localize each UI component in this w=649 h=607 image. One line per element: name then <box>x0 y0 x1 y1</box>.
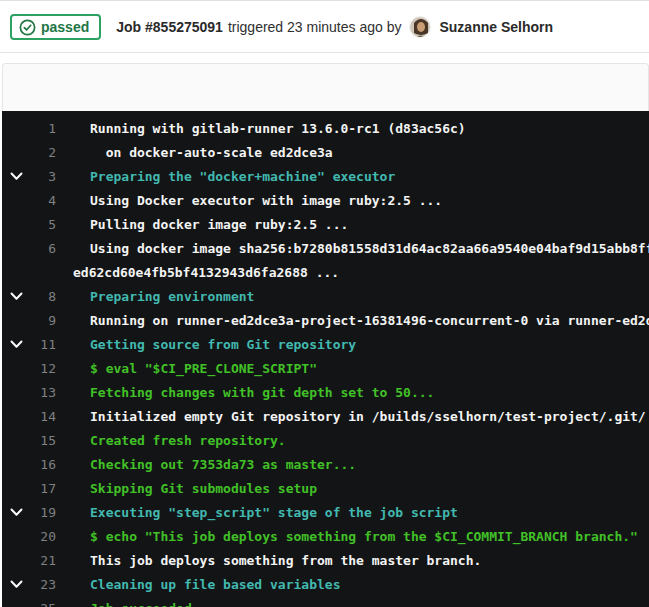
log-line: 9 Running on runner-ed2dce3a-project-163… <box>2 308 649 332</box>
line-number[interactable]: 14 <box>30 409 56 424</box>
log-line: 11 Getting source from Git repository <box>2 332 649 356</box>
chevron-down-icon[interactable] <box>2 292 30 301</box>
log-line: 23 Cleaning up file based variables <box>2 572 649 596</box>
log-line: 5 Pulling docker image ruby:2.5 ... <box>2 212 649 236</box>
chevron-down-icon <box>2 604 30 607</box>
log-line: 15 Created fresh repository. <box>2 428 649 452</box>
job-page: passed Job #855275091 triggered 23 minut… <box>0 0 649 607</box>
chevron-down-icon <box>2 556 30 565</box>
line-number[interactable]: 1 <box>30 121 56 136</box>
line-number[interactable]: 17 <box>30 481 56 496</box>
log-line: 16 Checking out 7353da73 as master... <box>2 452 649 476</box>
line-number[interactable]: 5 <box>30 217 56 232</box>
log-line: 25 Job succeeded <box>2 596 649 607</box>
line-number[interactable]: 9 <box>30 313 56 328</box>
user-avatar[interactable] <box>409 16 431 38</box>
line-number[interactable]: 16 <box>30 457 56 472</box>
job-log: 1 Running with gitlab-runner 13.6.0-rc1 … <box>2 111 649 607</box>
check-circle-icon <box>19 19 36 36</box>
log-line-text: Cleaning up file based variables <box>90 577 340 592</box>
chevron-down-icon <box>2 388 30 397</box>
line-number[interactable]: 23 <box>30 577 56 592</box>
log-line: 20 $ echo "This job deploys something fr… <box>2 524 649 548</box>
chevron-down-icon[interactable] <box>2 580 30 589</box>
log-toolbar <box>2 63 649 111</box>
log-line: 12 $ eval "$CI_PRE_CLONE_SCRIPT" <box>2 356 649 380</box>
chevron-down-icon[interactable] <box>2 340 30 349</box>
log-line: 14 Initialized empty Git repository in /… <box>2 404 649 428</box>
log-line-text: Pulling docker image ruby:2.5 ... <box>90 217 348 232</box>
line-number[interactable]: 13 <box>30 385 56 400</box>
user-name[interactable]: Suzanne Selhorn <box>439 19 553 35</box>
log-line: 19 Executing "step_script" stage of the … <box>2 500 649 524</box>
log-line: 4 Using Docker executor with image ruby:… <box>2 188 649 212</box>
log-line-text: Fetching changes with git depth set to 5… <box>90 385 434 400</box>
chevron-down-icon <box>2 316 30 325</box>
line-number[interactable]: 8 <box>30 289 56 304</box>
line-number[interactable]: 2 <box>30 145 56 160</box>
log-line-text: Checking out 7353da73 as master... <box>90 457 356 472</box>
chevron-down-icon <box>2 484 30 493</box>
log-line-text: Running with gitlab-runner 13.6.0-rc1 (d… <box>90 121 466 136</box>
job-summary: Job #855275091 triggered 23 minutes ago … <box>116 16 553 38</box>
log-line-text: Running on runner-ed2dce3a-project-16381… <box>90 313 649 328</box>
log-line: 21 This job deploys something from the m… <box>2 548 649 572</box>
chevron-down-icon <box>2 436 30 445</box>
log-line-text: Using Docker executor with image ruby:2.… <box>90 193 442 208</box>
log-line-text: Getting source from Git repository <box>90 337 356 352</box>
chevron-down-icon <box>2 148 30 157</box>
chevron-down-icon <box>2 196 30 205</box>
status-badge[interactable]: passed <box>10 14 101 40</box>
log-line: 6 Using docker image sha256:b7280b81558d… <box>2 236 649 260</box>
chevron-down-icon[interactable] <box>2 172 30 181</box>
chevron-down-icon <box>2 460 30 469</box>
log-line-text: Preparing the "docker+machine" executor <box>90 169 395 184</box>
log-line-text: Created fresh repository. <box>90 433 286 448</box>
line-number[interactable]: 11 <box>30 337 56 352</box>
status-badge-label: passed <box>41 18 89 36</box>
line-number[interactable]: 12 <box>30 361 56 376</box>
chevron-down-icon <box>2 532 30 541</box>
job-header: passed Job #855275091 triggered 23 minut… <box>0 1 649 53</box>
log-line-text: Using docker image sha256:b7280b81558d31… <box>90 241 649 256</box>
log-line-text: $ eval "$CI_PRE_CLONE_SCRIPT" <box>90 361 317 376</box>
log-line: 8 Preparing environment <box>2 284 649 308</box>
line-number[interactable]: 21 <box>30 553 56 568</box>
line-number[interactable]: 15 <box>30 433 56 448</box>
log-line-text: This job deploys something from the mast… <box>90 553 481 568</box>
log-panel: 1 Running with gitlab-runner 13.6.0-rc1 … <box>2 63 649 607</box>
log-line: 1 Running with gitlab-runner 13.6.0-rc1 … <box>2 116 649 140</box>
line-number[interactable]: 20 <box>30 529 56 544</box>
chevron-down-icon <box>2 244 30 253</box>
chevron-down-icon <box>2 220 30 229</box>
triggered-text: triggered 23 minutes ago by <box>228 19 402 35</box>
chevron-down-icon[interactable] <box>2 508 30 517</box>
log-line-text: $ echo "This job deploys something from … <box>90 529 638 544</box>
avatar-image <box>410 17 431 38</box>
log-line: 3 Preparing the "docker+machine" executo… <box>2 164 649 188</box>
log-line: 17 Skipping Git submodules setup <box>2 476 649 500</box>
line-number[interactable]: 25 <box>30 601 56 607</box>
log-line-text: Preparing environment <box>90 289 254 304</box>
log-line: ed62cd60e4fb5bf4132943d6fa2688 ... <box>2 260 649 284</box>
log-line-text: Job succeeded <box>90 601 192 607</box>
chevron-down-icon <box>2 124 30 133</box>
log-line: 2 on docker-auto-scale ed2dce3a <box>2 140 649 164</box>
line-number[interactable]: 3 <box>30 169 56 184</box>
log-line-text: ed62cd60e4fb5bf4132943d6fa2688 ... <box>73 265 339 280</box>
log-line-text: Initialized empty Git repository in /bui… <box>90 409 646 424</box>
log-line-text: Executing "step_script" stage of the job… <box>90 505 458 520</box>
chevron-down-icon <box>2 364 30 373</box>
line-number[interactable]: 19 <box>30 505 56 520</box>
log-line: 13 Fetching changes with git depth set t… <box>2 380 649 404</box>
log-line-text: Skipping Git submodules setup <box>90 481 317 496</box>
line-number[interactable]: 4 <box>30 193 56 208</box>
chevron-down-icon <box>2 412 30 421</box>
log-line-text: on docker-auto-scale ed2dce3a <box>90 145 333 160</box>
job-id: Job #855275091 <box>116 19 223 35</box>
line-number[interactable]: 6 <box>30 241 56 256</box>
